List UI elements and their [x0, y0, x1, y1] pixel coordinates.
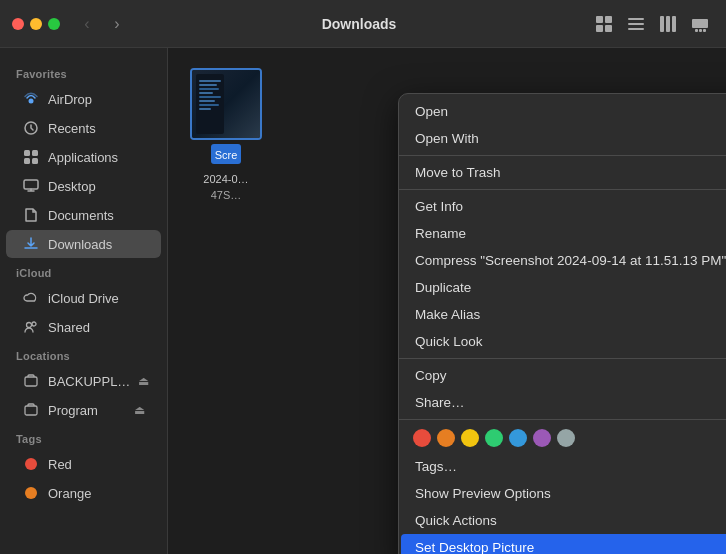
minimize-button[interactable] [30, 18, 42, 30]
applications-label: Applications [48, 150, 118, 165]
svg-point-14 [29, 99, 34, 104]
forward-button[interactable]: › [106, 13, 128, 35]
sidebar-item-tag-red[interactable]: Red [6, 450, 161, 478]
separator-3 [399, 358, 726, 359]
menu-item-move-trash[interactable]: Move to Trash [401, 159, 726, 186]
svg-rect-3 [605, 25, 612, 32]
menu-compress-label: Compress "Screenshot 2024-09-14 at 11.51… [415, 253, 726, 268]
program-label: Program [48, 403, 98, 418]
context-menu: Open Open With › Move to Trash Get Info … [398, 93, 726, 554]
tag-red-button[interactable] [413, 429, 431, 447]
gallery-view-button[interactable] [686, 10, 714, 38]
menu-item-tags[interactable]: Tags… [401, 453, 726, 480]
desktop-icon [22, 177, 40, 195]
documents-icon [22, 206, 40, 224]
sidebar-item-program[interactable]: Program ⏏ [6, 396, 161, 424]
sidebar-item-shared[interactable]: Shared [6, 313, 161, 341]
eject-program-icon[interactable]: ⏏ [134, 403, 145, 417]
sidebar-item-downloads[interactable]: Downloads [6, 230, 161, 258]
separator-2 [399, 189, 726, 190]
sidebar-item-backuppl[interactable]: BACKUPPL… ⏏ [6, 367, 161, 395]
menu-quick-actions-label: Quick Actions [415, 513, 726, 528]
file-thumbnail [190, 68, 262, 140]
main-layout: Favorites AirDrop Recents [0, 48, 726, 554]
menu-tags-label: Tags… [415, 459, 726, 474]
svg-rect-2 [596, 25, 603, 32]
svg-point-22 [32, 322, 36, 326]
file-size: 47S… [211, 189, 242, 201]
sidebar-item-airdrop[interactable]: AirDrop [6, 85, 161, 113]
menu-quick-look-label: Quick Look [415, 334, 726, 349]
sidebar-item-tag-orange[interactable]: Orange [6, 479, 161, 507]
tags-color-row [399, 423, 726, 453]
menu-item-quick-actions[interactable]: Quick Actions › [401, 507, 726, 534]
menu-item-set-desktop[interactable]: Set Desktop Picture [401, 534, 726, 554]
sidebar-item-recents[interactable]: Recents [6, 114, 161, 142]
menu-item-copy[interactable]: Copy [401, 362, 726, 389]
tags-label: Tags [0, 425, 167, 449]
file-item[interactable]: Scre 2024-0… 47S… [186, 68, 266, 201]
tag-red-icon [22, 455, 40, 473]
menu-item-show-preview[interactable]: Show Preview Options [401, 480, 726, 507]
column-view-button[interactable] [654, 10, 682, 38]
menu-item-share[interactable]: Share… [401, 389, 726, 416]
svg-rect-0 [596, 16, 603, 23]
maximize-button[interactable] [48, 18, 60, 30]
view-controls [590, 10, 714, 38]
tag-gray-button[interactable] [557, 429, 575, 447]
favorites-label: Favorites [0, 60, 167, 84]
window-title: Downloads [136, 16, 582, 32]
svg-rect-9 [672, 16, 676, 32]
shared-label: Shared [48, 320, 90, 335]
icloud-drive-icon [22, 289, 40, 307]
menu-item-quick-look[interactable]: Quick Look [401, 328, 726, 355]
sidebar-item-documents[interactable]: Documents [6, 201, 161, 229]
separator-1 [399, 155, 726, 156]
sidebar-item-applications[interactable]: Applications [6, 143, 161, 171]
file-name: Scre [215, 149, 238, 161]
menu-item-open-with[interactable]: Open With › [401, 125, 726, 152]
menu-item-duplicate[interactable]: Duplicate [401, 274, 726, 301]
tag-orange-icon [22, 484, 40, 502]
tag-yellow-button[interactable] [461, 429, 479, 447]
traffic-lights [12, 18, 60, 30]
eject-backuppl-icon[interactable]: ⏏ [138, 374, 149, 388]
menu-move-trash-label: Move to Trash [415, 165, 726, 180]
tag-orange-label: Orange [48, 486, 91, 501]
svg-rect-23 [25, 377, 37, 386]
svg-rect-7 [660, 16, 664, 32]
titlebar: ‹ › Downloads [0, 0, 726, 48]
menu-item-rename[interactable]: Rename [401, 220, 726, 247]
applications-icon [22, 148, 40, 166]
menu-open-with-label: Open With [415, 131, 726, 146]
icon-view-button[interactable] [590, 10, 618, 38]
list-view-button[interactable] [622, 10, 650, 38]
menu-item-make-alias[interactable]: Make Alias [401, 301, 726, 328]
separator-4 [399, 419, 726, 420]
recents-icon [22, 119, 40, 137]
program-icon [22, 401, 40, 419]
sidebar-item-icloud-drive[interactable]: iCloud Drive [6, 284, 161, 312]
tag-orange-button[interactable] [437, 429, 455, 447]
downloads-icon [22, 235, 40, 253]
airdrop-icon [22, 90, 40, 108]
backuppl-label: BACKUPPL… [48, 374, 130, 389]
menu-item-open[interactable]: Open [401, 98, 726, 125]
menu-open-label: Open [415, 104, 726, 119]
svg-rect-19 [32, 158, 38, 164]
back-button[interactable]: ‹ [76, 13, 98, 35]
menu-item-compress[interactable]: Compress "Screenshot 2024-09-14 at 11.51… [401, 247, 726, 274]
file-label-bg: Scre [211, 144, 242, 164]
recents-label: Recents [48, 121, 96, 136]
menu-item-get-info[interactable]: Get Info [401, 193, 726, 220]
icloud-label: iCloud [0, 259, 167, 283]
tag-blue-button[interactable] [509, 429, 527, 447]
close-button[interactable] [12, 18, 24, 30]
tag-green-button[interactable] [485, 429, 503, 447]
svg-rect-17 [32, 150, 38, 156]
svg-rect-4 [628, 18, 644, 20]
svg-rect-16 [24, 150, 30, 156]
menu-make-alias-label: Make Alias [415, 307, 726, 322]
tag-purple-button[interactable] [533, 429, 551, 447]
sidebar-item-desktop[interactable]: Desktop [6, 172, 161, 200]
